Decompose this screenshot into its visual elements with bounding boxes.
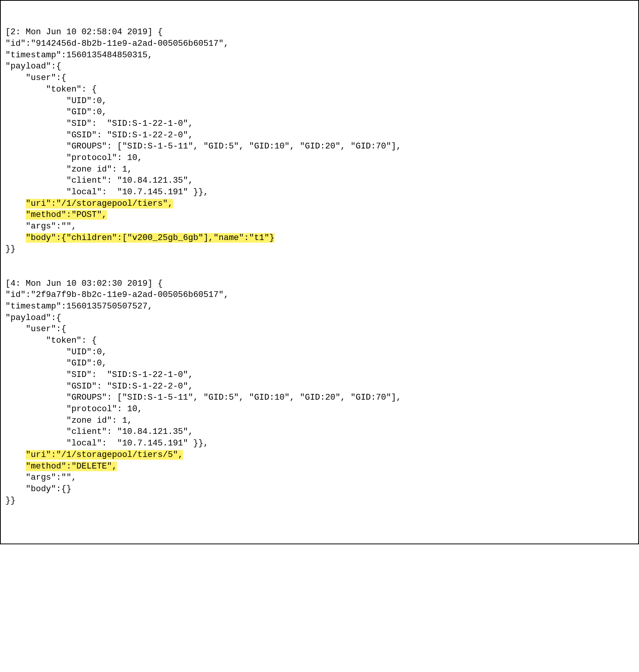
log-method: "method":"DELETE", [26, 462, 117, 471]
log-client: "client": "10.84.121.35", [5, 176, 193, 185]
log-uid: "UID":0, [5, 96, 107, 106]
log-body: "body":{} [5, 484, 72, 494]
log-sid: "SID": "SID:S-1-22-1-0", [5, 370, 193, 380]
log-groups: "GROUPS": ["SID:S-1-5-11", "GID:5", "GID… [5, 393, 401, 402]
log-uri: "uri":"/1/storagepool/tiers", [26, 199, 173, 208]
log-local: "local": "10.7.145.191" }}, [5, 439, 208, 448]
log-id: "id":"9142456d-8b2b-11e9-a2ad-005056b605… [5, 39, 229, 48]
log-gid: "GID":0, [5, 359, 107, 368]
log-id: "id":"2f9a7f9b-8b2c-11e9-a2ad-005056b605… [5, 290, 229, 300]
log-gsid: "GSID": "SID:S-1-22-2-0", [5, 382, 193, 391]
log-payload: "payload":{ [5, 313, 61, 323]
log-payload: "payload":{ [5, 62, 61, 71]
log-token: "token": { [5, 336, 97, 345]
log-method: "method":"POST", [26, 210, 107, 220]
log-timestamp: "timestamp":1560135750507527, [5, 302, 153, 311]
log-protocol: "protocol": 10, [5, 153, 142, 163]
log-user: "user":{ [5, 73, 66, 83]
log-gsid: "GSID": "SID:S-1-22-2-0", [5, 130, 193, 140]
log-token: "token": { [5, 85, 97, 94]
log-timestamp: "timestamp":1560135484850315, [5, 50, 153, 60]
log-uri: "uri":"/1/storagepool/tiers/5", [26, 450, 183, 460]
log-args: "args":"", [5, 473, 77, 482]
log-gid: "GID":0, [5, 107, 107, 117]
log-close: }} [5, 244, 15, 254]
log-entry-0: [2: Mon Jun 10 02:58:04 2019] { "id":"91… [5, 27, 401, 254]
log-args: "args":"", [5, 222, 77, 231]
log-close: }} [5, 496, 15, 505]
log-user: "user":{ [5, 324, 66, 334]
log-entry-1: [4: Mon Jun 10 03:02:30 2019] { "id":"2f… [5, 279, 401, 505]
log-uid: "UID":0, [5, 347, 107, 357]
log-header: [2: Mon Jun 10 02:58:04 2019] { [5, 27, 163, 37]
log-client: "client": "10.84.121.35", [5, 427, 193, 437]
log-zone: "zone id": 1, [5, 165, 132, 174]
log-protocol: "protocol": 10, [5, 404, 142, 414]
log-sid: "SID": "SID:S-1-22-1-0", [5, 119, 193, 128]
log-zone: "zone id": 1, [5, 416, 132, 425]
log-local: "local": "10.7.145.191" }}, [5, 187, 208, 197]
log-groups: "GROUPS": ["SID:S-1-5-11", "GID:5", "GID… [5, 142, 401, 151]
log-body: "body":{"children":["v200_25gb_6gb"],"na… [26, 233, 275, 243]
log-output: [2: Mon Jun 10 02:58:04 2019] { "id":"91… [5, 27, 634, 506]
log-header: [4: Mon Jun 10 03:02:30 2019] { [5, 279, 163, 288]
